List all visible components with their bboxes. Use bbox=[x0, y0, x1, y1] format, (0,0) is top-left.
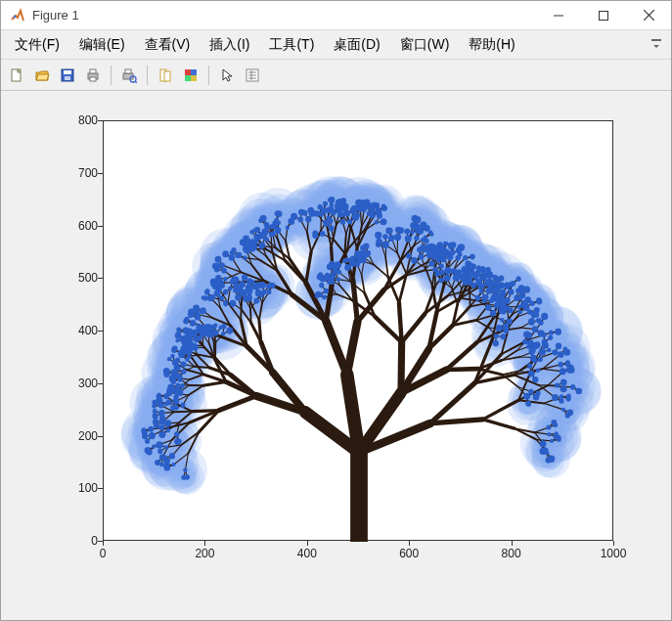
menu-tools[interactable]: 工具(T) bbox=[259, 32, 324, 58]
svg-point-2827 bbox=[538, 357, 543, 362]
svg-point-3034 bbox=[386, 228, 392, 234]
svg-point-2865 bbox=[500, 333, 506, 339]
minimize-button[interactable] bbox=[536, 1, 581, 30]
svg-point-3086 bbox=[550, 439, 554, 443]
menu-help[interactable]: 帮助(H) bbox=[459, 32, 524, 58]
save-icon[interactable] bbox=[56, 64, 79, 87]
svg-point-2816 bbox=[528, 389, 533, 395]
svg-point-3133 bbox=[560, 353, 564, 358]
svg-point-2804 bbox=[221, 268, 227, 274]
svg-point-2777 bbox=[259, 242, 265, 247]
y-tick-label: 300 bbox=[49, 377, 98, 390]
svg-point-2806 bbox=[215, 263, 221, 269]
menu-file[interactable]: 文件(F) bbox=[5, 32, 69, 58]
svg-point-3080 bbox=[322, 295, 327, 300]
menu-view[interactable]: 查看(V) bbox=[135, 32, 201, 58]
svg-point-2820 bbox=[532, 377, 538, 382]
svg-point-3022 bbox=[441, 249, 448, 256]
svg-point-2464 bbox=[230, 279, 236, 285]
svg-point-2600 bbox=[158, 410, 165, 417]
svg-rect-9 bbox=[65, 76, 70, 80]
svg-point-3004 bbox=[469, 263, 474, 269]
colormap-icon[interactable] bbox=[179, 64, 202, 87]
new-file-icon[interactable] bbox=[5, 64, 28, 87]
svg-point-2852 bbox=[514, 294, 520, 301]
svg-point-2999 bbox=[468, 271, 473, 277]
svg-point-2721 bbox=[335, 203, 341, 210]
tree-plot bbox=[104, 121, 614, 542]
svg-point-2771 bbox=[269, 232, 274, 237]
menu-desktop[interactable]: 桌面(D) bbox=[324, 32, 389, 58]
svg-point-3078 bbox=[319, 283, 324, 288]
svg-point-2525 bbox=[185, 357, 189, 362]
svg-point-2606 bbox=[164, 420, 171, 426]
svg-point-2888 bbox=[494, 303, 499, 308]
svg-point-2860 bbox=[505, 283, 511, 288]
svg-point-2561 bbox=[172, 360, 179, 367]
svg-point-3114 bbox=[534, 341, 541, 348]
svg-point-3089 bbox=[540, 440, 547, 447]
svg-point-2630 bbox=[169, 453, 175, 459]
svg-point-2597 bbox=[158, 403, 164, 409]
figure-canvas[interactable]: 0100200300400500600700800020040060080010… bbox=[1, 91, 671, 620]
menu-window[interactable]: 窗口(W) bbox=[390, 32, 460, 58]
svg-point-2496 bbox=[226, 328, 233, 334]
svg-point-2627 bbox=[164, 445, 168, 449]
svg-point-2731 bbox=[326, 206, 333, 213]
svg-point-2566 bbox=[163, 372, 169, 377]
svg-point-2984 bbox=[419, 254, 425, 260]
svg-point-2447 bbox=[235, 293, 242, 300]
svg-point-3014 bbox=[429, 251, 433, 256]
menu-overflow-icon[interactable] bbox=[650, 37, 665, 53]
svg-point-2455 bbox=[246, 279, 253, 286]
svg-point-2483 bbox=[195, 314, 201, 321]
svg-point-2789 bbox=[243, 245, 249, 252]
svg-point-3134 bbox=[542, 339, 548, 345]
svg-point-2659 bbox=[420, 222, 426, 229]
svg-line-1634 bbox=[195, 367, 209, 368]
svg-point-3140 bbox=[538, 320, 543, 326]
svg-point-2554 bbox=[184, 348, 189, 353]
svg-point-2471 bbox=[214, 290, 221, 297]
svg-line-1773 bbox=[347, 322, 358, 375]
toolbar bbox=[1, 60, 671, 91]
svg-point-2939 bbox=[485, 304, 491, 311]
svg-point-2576 bbox=[175, 383, 180, 388]
inspector-icon[interactable] bbox=[241, 64, 264, 87]
svg-point-2549 bbox=[193, 334, 198, 339]
svg-point-2986 bbox=[417, 246, 423, 252]
svg-point-3005 bbox=[456, 255, 461, 260]
close-button[interactable] bbox=[626, 1, 671, 30]
svg-point-2560 bbox=[172, 346, 178, 352]
open-folder-icon[interactable] bbox=[30, 64, 54, 87]
link-icon[interactable] bbox=[154, 64, 177, 87]
x-tick-label: 800 bbox=[502, 547, 521, 560]
svg-point-3040 bbox=[388, 236, 394, 242]
svg-point-2608 bbox=[159, 416, 165, 422]
svg-point-2931 bbox=[457, 270, 462, 275]
svg-point-3017 bbox=[440, 256, 446, 263]
svg-point-2575 bbox=[171, 372, 178, 378]
axes[interactable] bbox=[103, 120, 613, 541]
svg-point-2761 bbox=[260, 215, 267, 222]
svg-point-2734 bbox=[318, 204, 323, 209]
svg-point-2601 bbox=[153, 413, 158, 419]
svg-point-2612 bbox=[174, 431, 180, 437]
svg-point-2758 bbox=[276, 211, 282, 217]
print-icon[interactable] bbox=[81, 64, 105, 87]
svg-point-2475 bbox=[204, 288, 209, 293]
svg-point-2836 bbox=[525, 332, 532, 338]
print-preview-icon[interactable] bbox=[117, 64, 141, 87]
svg-point-2687 bbox=[347, 219, 352, 224]
svg-point-3056 bbox=[354, 261, 360, 267]
menu-insert[interactable]: 插入(I) bbox=[200, 32, 259, 58]
svg-point-2557 bbox=[180, 336, 185, 341]
svg-point-2702 bbox=[369, 211, 376, 218]
menu-edit[interactable]: 编辑(E) bbox=[69, 32, 135, 58]
cursor-icon[interactable] bbox=[215, 64, 239, 87]
svg-point-3152 bbox=[519, 292, 525, 298]
svg-point-2562 bbox=[170, 354, 175, 359]
maximize-button[interactable] bbox=[581, 1, 626, 30]
svg-point-2546 bbox=[200, 331, 206, 337]
svg-line-1546 bbox=[241, 299, 242, 320]
